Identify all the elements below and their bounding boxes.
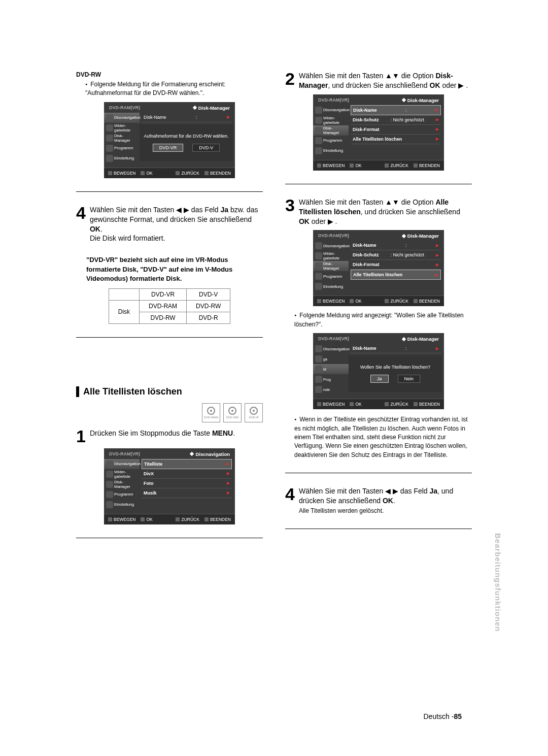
step-2: 2 Wählen Sie mit den Tasten ▲▼ die Optio… (285, 71, 472, 90)
step-number: 2 (285, 71, 295, 90)
diamond-icon (192, 106, 196, 110)
sidebar-item-playlist: Wider- gabeliste (313, 251, 349, 261)
osd-row-diskname: Disk-Name:▶ (351, 344, 441, 353)
osd-row-diskschutz[interactable]: Disk-Schutz: Nicht geschützt▶ (351, 115, 441, 125)
osd-row-diskname[interactable]: Disk-Name:▶ (351, 105, 441, 115)
prog-icon (106, 145, 113, 152)
dialog-button-dvd-v[interactable]: DVD-V (192, 144, 220, 152)
page-number: Deutsch -85 (424, 712, 462, 720)
disc-icon (106, 114, 113, 121)
sidebar-item-diskmgr: Disk- Manager (104, 479, 140, 489)
diamond-icon (190, 452, 194, 456)
osd-breadcrumb: Disk-Manager (193, 105, 230, 111)
step-number: 4 (76, 205, 86, 244)
sidebar-item-discnav: Discnavigation (313, 105, 349, 115)
sidebar-item-discnav: Discnavigation (313, 344, 349, 354)
right-arrow-icon: ▶ (227, 115, 230, 119)
osd-row-titlelist[interactable]: Titelliste▶ (142, 459, 232, 469)
sidebar-item-program: Programm (104, 143, 140, 153)
sidebar-item-program: Programm (313, 136, 349, 146)
dvd-rw-bullet: Folgende Meldung für die Formatierung er… (85, 80, 263, 98)
sidebar-item-settings: Einstellung (313, 146, 349, 156)
dialog-button-dvd-vr[interactable]: DVD-VR (153, 144, 184, 152)
section-side-label: Bearbeitungsfunktionen (494, 533, 502, 632)
osd-row-deleteall[interactable]: Alle Titellisten löschen▶ (351, 270, 441, 280)
disc-rw-icon: DVD-RW (223, 403, 242, 422)
sidebar-item-playlist: Wider- gabeliste (104, 469, 140, 479)
sidebar-item-playlist: Wider- gabeliste (104, 123, 140, 133)
protected-entry-bullet: Wenn in der Titelliste ein geschützter E… (294, 415, 472, 459)
format-note: "DVD-VR" bezieht sich auf eine im VR-Mod… (86, 255, 253, 283)
sidebar-item-program: Prog (313, 374, 349, 384)
sidebar-item-discnav: Discnavigation (104, 459, 140, 469)
sidebar-item-settings: Einstellung (104, 500, 140, 510)
delete-confirm-bullet: Folgende Meldung wird angezeigt: "Wollen… (294, 311, 472, 329)
osd-row-diskschutz[interactable]: Disk-Schutz: Nicht geschützt▶ (351, 250, 441, 260)
disc-icons: DVD-RAM DVD-RW DVD-R (76, 403, 263, 422)
step-4-right: 4 Wählen Sie mit den Tasten ◀ ▶ das Feld… (285, 486, 472, 515)
sidebar-item-diskmgr: M (313, 364, 349, 374)
osd-breadcrumb: Discnavigation (190, 451, 230, 457)
sidebar-item-playlist: ga (313, 354, 349, 364)
osd-panel-delete-confirm: DVD-RAM(VR) Disk-Manager Discnavigation … (313, 333, 444, 409)
step-number: 3 (285, 198, 295, 226)
osd-dialog-text: Wollen Sie alle Titellisten löschen? (360, 365, 430, 370)
osd-row-diskname: Disk-Name:▶ (142, 113, 232, 122)
osd-dialog: Aufnahmeformat für die DVD-RW wählen. DV… (140, 124, 233, 161)
osd-panel-discnav: DVD-RAM(VR) Discnavigation Discnavigatio… (104, 448, 235, 524)
sidebar-item-playlist: Wider- gabeliste (313, 115, 349, 125)
sidebar-item-program: Programm (313, 271, 349, 281)
step-number: 1 (76, 429, 86, 444)
step-number: 4 (285, 486, 295, 515)
osd-row-deleteall[interactable]: Alle Titellisten löschen▶ (351, 135, 441, 144)
sidebar-item-diskmgr: Disk- Manager (313, 125, 349, 136)
sidebar-item-diskmgr: Disk- Manager (313, 261, 349, 271)
dialog-button-yes[interactable]: Ja (370, 375, 389, 383)
dialog-button-no[interactable]: Nein (398, 375, 421, 383)
osd-row-diskformat[interactable]: Disk-Format▶ (351, 125, 441, 135)
osd-panel-format-prompt: DVD-RAM(VR) Disk-Manager Discnavigation … (104, 102, 235, 178)
sidebar-item-settings: Einstellung (313, 281, 349, 291)
section-title-delete-all: Alle Titellisten löschen (76, 386, 263, 397)
sidebar-item-discnav: Discnavigation (104, 113, 140, 123)
osd-dialog-text: Aufnahmeformat für die DVD-RW wählen. (144, 134, 229, 139)
osd-mode: DVD-RAM(VR) (109, 451, 140, 457)
sidebar-item-diskmgr: Disk- Manager (104, 133, 140, 143)
disc-r-icon: DVD-R (245, 403, 263, 422)
osd-dialog: Wollen Sie alle Titellisten löschen? Ja … (349, 355, 442, 392)
osd-row-diskformat[interactable]: Disk-Format▶ (351, 260, 441, 270)
osd-row-diskname[interactable]: Disk-Name:▶ (351, 241, 441, 250)
sidebar-item-settings: nste (313, 384, 349, 395)
osd-panel-diskmanager-deleteall: DVD-RAM(VR) Disk-Manager Discnavigation … (313, 230, 444, 306)
osd-panel-diskmanager: DVD-RAM(VR) Disk-Manager Discnavigation … (313, 94, 444, 171)
sidebar-item-settings: Einstellung (104, 153, 140, 163)
dvd-rw-heading: DVD-RW (76, 71, 263, 78)
step-4-left: 4 Wählen Sie mit den Tasten ◀ ▶ das Feld… (76, 205, 263, 244)
sidebar-item-discnav: Discnavigation (313, 241, 349, 251)
osd-footer: BEWEGEN OK ZURÜCK BEENDEN (104, 168, 235, 178)
osd-row-foto[interactable]: Foto▶ (142, 479, 232, 488)
sidebar-item-program: Programm (104, 489, 140, 500)
step-3: 3 Wählen Sie mit den Tasten ▲▼ die Optio… (285, 198, 472, 226)
gear-icon (106, 155, 113, 162)
osd-row-divx[interactable]: DivX▶ (142, 469, 232, 479)
disk-format-table: DVD-VRDVD-V DiskDVD-RAMDVD-RW DVD-RWDVD-… (109, 288, 230, 324)
osd-mode: DVD-RAM(VR) (109, 105, 140, 111)
osd-row-musik[interactable]: Musik▶ (142, 488, 232, 498)
list-icon (106, 124, 113, 132)
disk-icon (106, 135, 113, 142)
disc-ram-icon: DVD-RAM (202, 403, 220, 422)
step-1: 1 Drücken Sie im Stoppmodus die Taste ME… (76, 429, 263, 444)
